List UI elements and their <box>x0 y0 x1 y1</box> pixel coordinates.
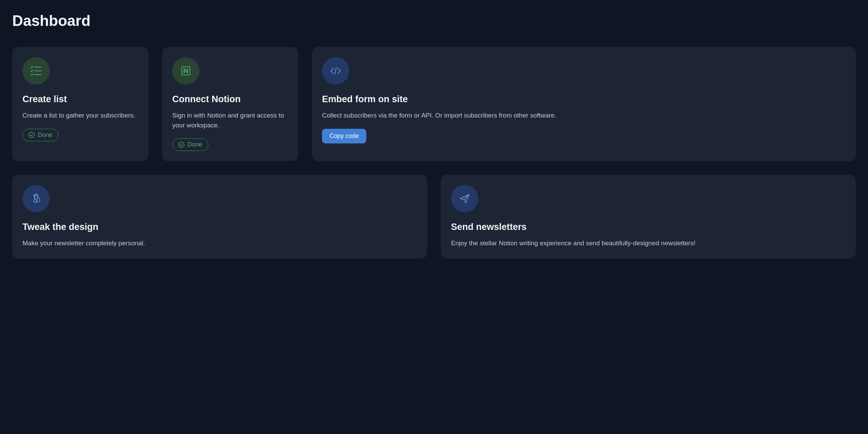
done-label: Done <box>188 141 202 148</box>
paper-plane-icon <box>451 185 478 212</box>
svg-rect-4 <box>182 67 190 75</box>
card-description: Create a list to gather your subscribers… <box>22 111 138 121</box>
done-label: Done <box>38 131 52 139</box>
card-description: Sign in with Notion and grant access to … <box>172 111 288 130</box>
card-send-newsletters: Send newsletters Enjoy the stellar Notio… <box>441 175 856 259</box>
list-icon <box>22 57 50 84</box>
code-icon <box>322 57 349 84</box>
card-description: Collect subscribers via the form or API.… <box>322 111 846 121</box>
card-title: Tweak the design <box>22 222 417 232</box>
card-connect-notion: Connect Notion Sign in with Notion and g… <box>162 47 298 161</box>
svg-line-6 <box>335 67 336 74</box>
copy-code-button[interactable]: Copy code <box>322 129 366 143</box>
done-badge: Done <box>172 138 208 151</box>
check-circle-icon <box>178 142 184 148</box>
page-title: Dashboard <box>12 12 856 29</box>
card-description: Make your newsletter completely personal… <box>22 238 417 248</box>
card-create-list: Create list Create a list to gather your… <box>12 47 148 161</box>
cards-grid: Create list Create a list to gather your… <box>12 47 856 259</box>
done-badge: Done <box>22 129 59 141</box>
svg-point-7 <box>36 201 37 202</box>
check-circle-icon <box>29 132 35 138</box>
svg-point-5 <box>179 142 184 148</box>
swatch-icon <box>22 185 50 212</box>
card-embed-form: Embed form on site Collect subscribers v… <box>312 47 856 161</box>
card-description: Enjoy the stellar Notion writing experie… <box>451 238 846 248</box>
card-title: Send newsletters <box>451 222 846 232</box>
notion-icon <box>172 57 199 84</box>
svg-point-3 <box>29 132 34 138</box>
card-title: Embed form on site <box>322 94 846 105</box>
card-title: Connect Notion <box>172 94 288 105</box>
cards-row-2: Tweak the design Make your newsletter co… <box>12 175 856 259</box>
card-title: Create list <box>22 94 138 105</box>
cards-row-1: Create list Create a list to gather your… <box>12 47 856 161</box>
card-tweak-design: Tweak the design Make your newsletter co… <box>12 175 427 259</box>
